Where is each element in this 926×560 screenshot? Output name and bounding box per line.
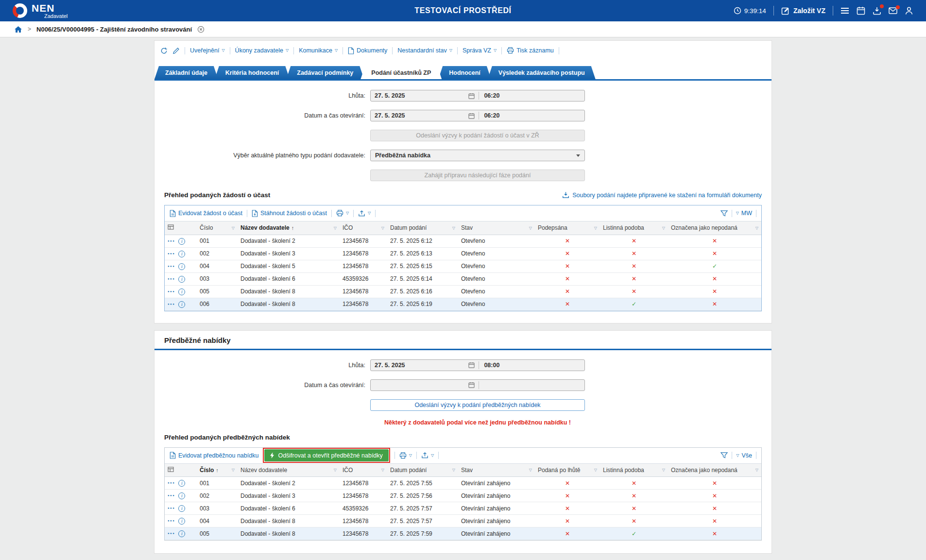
column-header[interactable]: IČO▽ — [340, 464, 387, 477]
lhuta-nabidky-time-value[interactable]: 08:00 — [479, 362, 584, 369]
downloads-button[interactable] — [873, 6, 881, 15]
column-filter-icon[interactable]: ▽ — [452, 468, 455, 472]
table-row[interactable]: ●●●i002Dodavatel - školení 31234567827. … — [165, 490, 761, 502]
column-header[interactable]: Označena jako nepodaná▽ — [668, 221, 761, 235]
column-header[interactable]: Označena jako nepodaná▽ — [668, 464, 761, 477]
table-row[interactable]: ●●●i003Dodavatel - školení 64535932627. … — [165, 272, 761, 285]
home-button[interactable] — [14, 26, 22, 33]
column-filter-icon[interactable]: ▽ — [381, 468, 384, 472]
view-selector[interactable]: ▽ MW — [736, 210, 752, 217]
menu-nestandardni-stav[interactable]: Nestandardní stav▽ — [397, 47, 452, 54]
table-row[interactable]: ●●●i005Dodavatel - školení 81234567827. … — [165, 527, 761, 540]
column-header[interactable]: IČO▽ — [340, 221, 387, 235]
evidovat-nabidku-button[interactable]: Evidovat předběžnou nabídku — [170, 452, 258, 459]
export-table-button[interactable]: ▽ — [421, 452, 434, 459]
odeslani-vyzvy-zadosti-button[interactable]: Odeslání výzvy k podání žádostí o účast … — [370, 130, 585, 141]
filter-button[interactable] — [720, 210, 728, 217]
export-table-button[interactable]: ▽ — [358, 210, 371, 217]
column-filter-icon[interactable]: ▽ — [529, 468, 532, 472]
lhuta-nabidky-datetime-field[interactable]: 27. 5. 2025 08:00 — [370, 359, 585, 371]
table-row[interactable]: ●●●i006Dodavatel - školení 81234567827. … — [165, 298, 761, 310]
column-header[interactable]: Stav▽ — [458, 221, 535, 235]
row-info-icon[interactable]: i — [178, 301, 185, 308]
nen-home-link[interactable]: NEN Zadavatel — [13, 3, 68, 19]
row-menu-icon[interactable]: ●●● — [168, 519, 175, 522]
table-row[interactable]: ●●●i003Dodavatel - školení 64535932627. … — [165, 502, 761, 515]
column-header[interactable]: Číslo▽ — [197, 221, 238, 235]
zahajit-pripravu-faze-button[interactable]: Zahájit přípravu následující fáze podání — [370, 170, 585, 181]
column-filter-icon[interactable]: ▽ — [334, 226, 337, 230]
calendar-icon[interactable] — [468, 382, 475, 388]
row-info-icon[interactable]: i — [178, 518, 185, 525]
print-table-button[interactable]: ▽ — [336, 210, 349, 217]
row-menu-icon[interactable]: ●●● — [168, 532, 175, 535]
tab-hodnoceni[interactable]: Hodnocení — [438, 66, 491, 79]
stahnout-zadosti-button[interactable]: Stáhnout žádosti o účast — [252, 210, 327, 217]
row-menu-icon[interactable]: ●●● — [168, 481, 175, 484]
row-menu-icon[interactable]: ●●● — [168, 290, 175, 293]
table-row[interactable]: ●●●i001Dodavatel - školení 21234567827. … — [165, 477, 761, 490]
menu-sprava-vz[interactable]: Správa VZ▽ — [463, 47, 497, 54]
lhuta-time-value[interactable]: 06:20 — [479, 92, 584, 99]
column-header[interactable]: Název dodavatele↑▽ — [238, 221, 340, 235]
row-menu-icon[interactable]: ●●● — [168, 252, 175, 255]
otevirani-datetime-field[interactable]: 27. 5. 2025 06:20 — [370, 110, 585, 121]
close-record-button[interactable] — [197, 26, 205, 33]
row-menu-icon[interactable]: ●●● — [168, 494, 175, 497]
row-info-icon[interactable]: i — [178, 276, 185, 283]
row-menu-icon[interactable]: ●●● — [168, 277, 175, 280]
row-info-icon[interactable]: i — [178, 492, 185, 499]
column-filter-icon[interactable]: ▽ — [662, 468, 665, 472]
column-header[interactable]: Datum podání▽ — [387, 221, 458, 235]
column-filter-icon[interactable]: ▽ — [232, 226, 235, 230]
column-filter-icon[interactable]: ▽ — [529, 226, 532, 230]
row-info-icon[interactable]: i — [178, 263, 185, 270]
column-header[interactable]: Listinná podoba▽ — [600, 221, 668, 235]
calendar-icon[interactable] — [468, 362, 475, 368]
tab-vysledek-zadavaciho-postupu[interactable]: Výsledek zadávacího postupu — [488, 66, 596, 79]
otevirani-time-value[interactable]: 06:20 — [479, 112, 584, 119]
calendar-icon[interactable] — [468, 93, 475, 99]
table-row[interactable]: ●●●i001Dodavatel - školení 21234567827. … — [165, 235, 761, 247]
row-info-icon[interactable]: i — [178, 505, 185, 512]
menu-ukony-zadavatele[interactable]: Úkony zadavatele▽ — [235, 47, 289, 54]
column-settings-header[interactable] — [165, 464, 197, 477]
table-row[interactable]: ●●●i004Dodavatel - školení 81234567827. … — [165, 515, 761, 527]
print-table-button[interactable]: ▽ — [399, 452, 412, 459]
odeslani-vyzvy-nabidky-button[interactable]: Odeslání výzvy k podání předběžných nabí… — [370, 399, 585, 411]
menu-dokumenty[interactable]: Dokumenty — [348, 47, 387, 54]
menu-button[interactable] — [840, 7, 849, 14]
create-vz-button[interactable]: Založit VZ — [781, 6, 825, 15]
evidovat-zadost-button[interactable]: Evidovat žádost o účast — [170, 210, 242, 217]
column-header[interactable]: Podaná po lhůtě▽ — [535, 464, 600, 477]
history-button[interactable] — [160, 47, 168, 54]
row-menu-icon[interactable]: ●●● — [168, 265, 175, 268]
otevirani-nabidky-datetime-field[interactable] — [370, 379, 585, 391]
table-row[interactable]: ●●●i002Dodavatel - školení 31234567827. … — [165, 247, 761, 260]
view-selector[interactable]: ▽ Vše — [736, 452, 752, 459]
table-row[interactable]: ●●●i004Dodavatel - školení 51234567827. … — [165, 260, 761, 272]
edit-record-button[interactable] — [172, 47, 180, 54]
column-filter-icon[interactable]: ▽ — [755, 468, 758, 472]
tab-podani-ucastniku-zp[interactable]: Podání účastníků ZP — [360, 66, 442, 79]
menu-komunikace[interactable]: Komunikace▽ — [299, 47, 338, 54]
column-filter-icon[interactable]: ▽ — [452, 226, 455, 230]
row-menu-icon[interactable]: ●●● — [168, 507, 175, 509]
messages-button[interactable] — [889, 7, 897, 14]
row-info-icon[interactable]: i — [178, 238, 185, 245]
decrypt-open-bids-button[interactable]: Odšifrovat a otevřít předběžné nabídky — [264, 449, 388, 461]
column-header[interactable]: Stav▽ — [458, 464, 535, 477]
row-info-icon[interactable]: i — [178, 288, 185, 295]
calendar-icon[interactable] — [468, 113, 475, 119]
profile-button[interactable] — [905, 6, 913, 15]
menu-uverejneni[interactable]: Uveřejnění▽ — [190, 47, 225, 54]
column-filter-icon[interactable]: ▽ — [594, 468, 597, 472]
table-row[interactable]: ●●●i005Dodavatel - školení 81234567827. … — [165, 285, 761, 298]
lhuta-datetime-field[interactable]: 27. 5. 2025 06:20 — [370, 90, 585, 102]
row-info-icon[interactable]: i — [178, 251, 185, 257]
typ-podani-select[interactable]: Předběžná nabídka — [370, 150, 585, 161]
menu-tisk-zaznamu[interactable]: Tisk záznamu — [507, 47, 554, 54]
column-settings-header[interactable] — [165, 221, 197, 235]
column-filter-icon[interactable]: ▽ — [662, 226, 665, 230]
tab-zakladni-udaje[interactable]: Základní údaje — [154, 66, 218, 79]
